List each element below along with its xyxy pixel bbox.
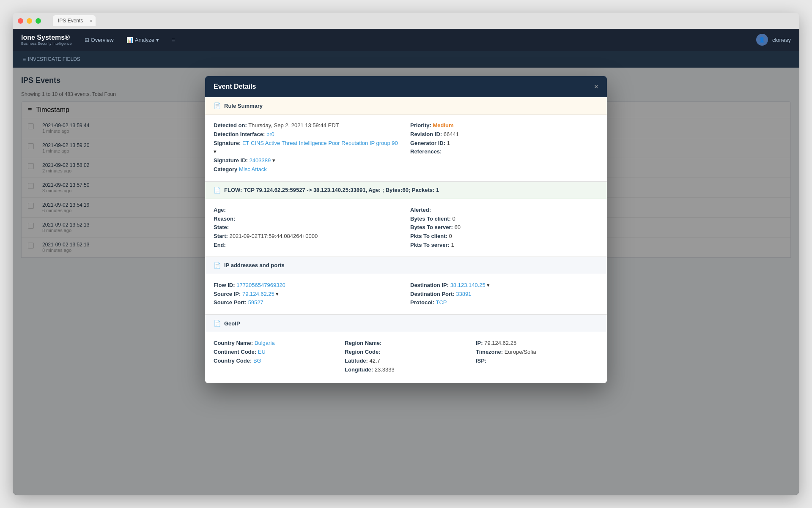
start-row: Start: 2021-09-02T17:59:44.084264+0000 bbox=[214, 232, 402, 241]
modal-title: Event Details bbox=[214, 83, 256, 90]
source-ip-chevron-icon: ▾ bbox=[276, 291, 279, 297]
protocol-link[interactable]: TCP bbox=[436, 299, 447, 306]
top-nav: lone Systems® Business Security Intellig… bbox=[13, 29, 799, 51]
logo-subtitle: Business Security Intelligence bbox=[21, 41, 72, 46]
logo-area: lone Systems® Business Security Intellig… bbox=[21, 34, 72, 46]
ip-row: IP: 79.124.62.25 bbox=[476, 339, 598, 348]
detection-interface-link[interactable]: br0 bbox=[266, 131, 274, 137]
bytes-server-value: 60 bbox=[455, 224, 461, 230]
flow-header: 📄 FLOW: TCP 79.124.62.25:59527 -> 38.123… bbox=[205, 181, 607, 199]
dest-ip-chevron-icon: ▾ bbox=[487, 282, 490, 288]
ip-content: Flow ID: 1772056547969320 Source IP: 79.… bbox=[205, 274, 607, 314]
priority-row: Priority: Medium bbox=[410, 121, 598, 130]
geoip-left: Country Name: Bulgaria Continent Code: E… bbox=[214, 339, 336, 374]
traffic-light-minimize[interactable] bbox=[27, 18, 32, 24]
sub-nav: ≡ INVESTIGATE FIELDS bbox=[13, 51, 799, 68]
ip-value: 79.124.62.25 bbox=[484, 340, 516, 346]
timezone-value: Europe/Sofia bbox=[505, 349, 536, 355]
flow-right: Alerted: Bytes To client: 0 Bytes To ser… bbox=[410, 206, 598, 250]
pkts-client-value: 0 bbox=[449, 233, 452, 239]
analyze-label: Analyze bbox=[135, 37, 154, 43]
avatar: 👤 bbox=[756, 34, 768, 46]
protocol-row: Protocol: TCP bbox=[410, 298, 598, 307]
source-ip-link[interactable]: 79.124.62.25 bbox=[242, 291, 274, 297]
flow-id-link[interactable]: 1772056547969320 bbox=[236, 282, 285, 288]
modal-overlay[interactable]: Event Details × 📄 Rule Summary bbox=[13, 68, 799, 495]
flow-icon: 📄 bbox=[214, 187, 221, 194]
geoip-right: IP: 79.124.62.25 Timezone: Europe/Sofia bbox=[476, 339, 598, 374]
rule-summary-icon: 📄 bbox=[214, 102, 221, 109]
country-name-link[interactable]: Bulgaria bbox=[255, 340, 275, 346]
rule-summary-right: Priority: Medium Revision ID: 66441 bbox=[410, 121, 598, 174]
country-name-row: Country Name: Bulgaria bbox=[214, 339, 336, 348]
logo-text: lone Systems® bbox=[21, 34, 72, 41]
investigate-label: INVESTIGATE FIELDS bbox=[28, 56, 80, 62]
state-row: State: bbox=[214, 223, 402, 232]
tab-label: IPS Events bbox=[58, 18, 83, 24]
overview-label: Overview bbox=[91, 37, 114, 43]
investigate-lines-icon: ≡ bbox=[23, 56, 26, 62]
ip-left: Flow ID: 1772056547969320 Source IP: 79.… bbox=[214, 281, 402, 307]
traffic-light-close[interactable] bbox=[18, 18, 23, 24]
browser-tab[interactable]: IPS Events × bbox=[53, 15, 96, 26]
signature-id-row: Signature ID: 2403389 ▾ bbox=[214, 156, 402, 165]
revision-id-row: Revision ID: 66441 bbox=[410, 130, 598, 139]
ip-icon: 📄 bbox=[214, 262, 221, 269]
bytes-client-value: 0 bbox=[452, 216, 455, 222]
traffic-light-maximize[interactable] bbox=[36, 18, 41, 24]
category-link[interactable]: Misc Attack bbox=[239, 166, 267, 172]
latitude-value: 42.7 bbox=[370, 358, 380, 364]
tab-close-button[interactable]: × bbox=[90, 18, 92, 23]
geoip-header: 📄 GeoIP bbox=[205, 314, 607, 332]
event-details-modal: Event Details × 📄 Rule Summary bbox=[205, 76, 607, 383]
nav-analyze[interactable]: 📊 Analyze ▾ bbox=[126, 37, 159, 43]
continent-code-link[interactable]: EU bbox=[258, 349, 266, 355]
priority-value: Medium bbox=[433, 122, 453, 128]
ip-header: 📄 IP addresses and ports bbox=[205, 257, 607, 274]
geoip-grid: Country Name: Bulgaria Continent Code: E… bbox=[214, 339, 598, 374]
rule-summary-grid: Detected on: Thursday, Sep 2, 2021 13:59… bbox=[214, 121, 598, 174]
overview-grid-icon: ⊞ bbox=[85, 37, 89, 43]
modal-close-button[interactable]: × bbox=[594, 83, 598, 90]
sig-id-chevron-icon: ▾ bbox=[272, 157, 275, 164]
longitude-value: 23.3333 bbox=[375, 366, 395, 373]
signature-id-link[interactable]: 2403389 bbox=[250, 157, 271, 164]
ip-right: Destination IP: 38.123.140.25 ▾ Destinat… bbox=[410, 281, 598, 307]
end-row: End: bbox=[214, 241, 402, 250]
modal-body: 📄 Rule Summary Detected on: Thursday, Se… bbox=[205, 97, 607, 383]
continent-code-row: Continent Code: EU bbox=[214, 348, 336, 357]
generator-id-value: 1 bbox=[447, 140, 450, 146]
nav-menu[interactable]: ≡ bbox=[172, 37, 175, 43]
username: clonesy bbox=[772, 37, 791, 43]
revision-id-value: 66441 bbox=[444, 131, 459, 137]
bytes-server-row: Bytes To server: 60 bbox=[410, 223, 598, 232]
geoip-icon: 📄 bbox=[214, 320, 221, 327]
dest-port-row: Destination Port: 33891 bbox=[410, 290, 598, 299]
latitude-row: Latitude: 42.7 bbox=[345, 357, 467, 366]
detected-on-row: Detected on: Thursday, Sep 2, 2021 13:59… bbox=[214, 121, 402, 130]
longitude-row: Longitude: 23.3333 bbox=[345, 366, 467, 374]
browser-window: IPS Events × lone Systems® Business Secu… bbox=[13, 13, 799, 495]
signature-row: Signature: ET CINS Active Threat Intelli… bbox=[214, 139, 402, 157]
dest-port-link[interactable]: 33891 bbox=[456, 291, 471, 297]
references-row: References: bbox=[410, 147, 598, 156]
main-content: IPS Events Showing 1 to 10 of 483 events… bbox=[13, 68, 799, 495]
nav-overview[interactable]: ⊞ Overview bbox=[85, 37, 114, 43]
investigate-fields-btn[interactable]: ≡ INVESTIGATE FIELDS bbox=[21, 56, 82, 62]
signature-link[interactable]: ET CINS Active Threat Intelligence Poor … bbox=[242, 140, 398, 146]
rule-summary-header: 📄 Rule Summary bbox=[205, 97, 607, 115]
detected-on-value: Thursday, Sep 2, 2021 13:59:44 EDT bbox=[248, 122, 339, 128]
rule-summary-left: Detected on: Thursday, Sep 2, 2021 13:59… bbox=[214, 121, 402, 174]
geoip-title: GeoIP bbox=[224, 320, 240, 327]
analyze-chart-icon: 📊 bbox=[126, 37, 133, 43]
country-code-link[interactable]: BG bbox=[253, 358, 261, 364]
isp-row: ISP: bbox=[476, 357, 598, 366]
analyze-chevron-icon: ▾ bbox=[156, 37, 159, 43]
source-port-link[interactable]: 59527 bbox=[248, 299, 263, 306]
dest-ip-link[interactable]: 38.123.140.25 bbox=[450, 282, 486, 288]
timezone-row: Timezone: Europe/Sofia bbox=[476, 348, 598, 357]
modal-header: Event Details × bbox=[205, 76, 607, 97]
source-port-row: Source Port: 59527 bbox=[214, 298, 402, 307]
pkts-client-row: Pkts To client: 0 bbox=[410, 232, 598, 241]
dest-ip-row: Destination IP: 38.123.140.25 ▾ bbox=[410, 281, 598, 290]
